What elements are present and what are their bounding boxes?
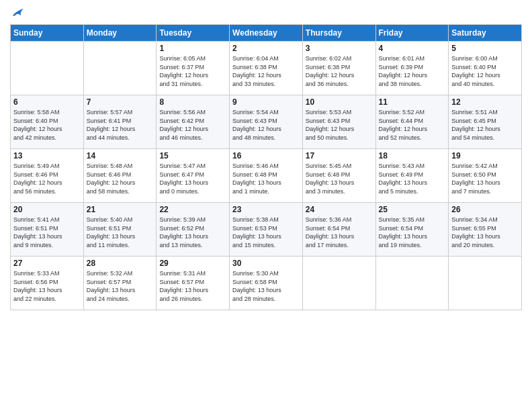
weekday-header-monday: Monday [83,25,157,42]
calendar-cell: 19Sunrise: 5:42 AM Sunset: 6:50 PM Dayli… [449,149,522,203]
day-number: 16 [232,151,300,161]
day-info: Sunrise: 6:02 AM Sunset: 6:38 PM Dayligh… [306,54,373,88]
calendar-cell: 2Sunrise: 6:04 AM Sunset: 6:38 PM Daylig… [230,42,303,95]
calendar-cell: 24Sunrise: 5:36 AM Sunset: 6:54 PM Dayli… [302,203,375,257]
calendar-week-row: 1Sunrise: 6:05 AM Sunset: 6:37 PM Daylig… [11,42,522,95]
calendar-cell: 14Sunrise: 5:48 AM Sunset: 6:46 PM Dayli… [83,149,157,203]
calendar-cell: 17Sunrise: 5:45 AM Sunset: 6:48 PM Dayli… [302,149,375,203]
day-info: Sunrise: 6:01 AM Sunset: 6:39 PM Dayligh… [379,54,446,88]
day-number: 6 [13,97,81,107]
day-info: Sunrise: 6:05 AM Sunset: 6:37 PM Dayligh… [159,54,226,88]
day-info: Sunrise: 5:32 AM Sunset: 6:57 PM Dayligh… [87,269,154,303]
weekday-header-thursday: Thursday [302,25,375,42]
day-info: Sunrise: 5:51 AM Sunset: 6:45 PM Dayligh… [451,108,519,142]
calendar-cell: 12Sunrise: 5:51 AM Sunset: 6:45 PM Dayli… [449,95,522,149]
calendar-cell: 20Sunrise: 5:41 AM Sunset: 6:51 PM Dayli… [11,203,84,257]
day-number: 7 [87,97,154,107]
day-number: 2 [232,44,300,53]
day-info: Sunrise: 5:48 AM Sunset: 6:46 PM Dayligh… [87,162,154,195]
day-number: 9 [232,97,300,107]
day-number: 11 [379,97,446,107]
day-number: 5 [451,44,519,53]
day-info: Sunrise: 5:41 AM Sunset: 6:51 PM Dayligh… [13,216,81,249]
calendar-cell: 26Sunrise: 5:34 AM Sunset: 6:55 PM Dayli… [449,203,522,257]
calendar-cell: 6Sunrise: 5:58 AM Sunset: 6:40 PM Daylig… [11,95,84,149]
day-number: 17 [306,151,373,161]
calendar-cell [83,42,157,95]
day-info: Sunrise: 5:47 AM Sunset: 6:47 PM Dayligh… [159,162,226,195]
day-number: 12 [451,97,519,107]
calendar-cell: 27Sunrise: 5:33 AM Sunset: 6:56 PM Dayli… [11,257,84,310]
day-info: Sunrise: 5:58 AM Sunset: 6:40 PM Dayligh… [13,108,81,142]
day-number: 13 [13,151,81,161]
day-info: Sunrise: 5:53 AM Sunset: 6:43 PM Dayligh… [306,108,373,142]
day-info: Sunrise: 5:57 AM Sunset: 6:41 PM Dayligh… [87,108,154,142]
calendar-cell: 8Sunrise: 5:56 AM Sunset: 6:42 PM Daylig… [157,95,230,149]
day-info: Sunrise: 5:31 AM Sunset: 6:57 PM Dayligh… [159,269,226,303]
day-info: Sunrise: 5:33 AM Sunset: 6:56 PM Dayligh… [13,269,81,303]
day-number: 10 [306,97,373,107]
calendar-cell [302,257,375,310]
calendar-cell: 13Sunrise: 5:49 AM Sunset: 6:46 PM Dayli… [11,149,84,203]
calendar-week-row: 6Sunrise: 5:58 AM Sunset: 6:40 PM Daylig… [11,95,522,149]
day-number: 25 [379,205,446,214]
day-number: 23 [232,205,300,214]
day-info: Sunrise: 5:52 AM Sunset: 6:44 PM Dayligh… [379,108,446,142]
day-number: 4 [379,44,446,53]
day-number: 21 [87,205,154,214]
calendar-cell: 18Sunrise: 5:43 AM Sunset: 6:49 PM Dayli… [375,149,449,203]
day-number: 20 [13,205,81,214]
calendar-cell: 3Sunrise: 6:02 AM Sunset: 6:38 PM Daylig… [302,42,375,95]
day-info: Sunrise: 5:39 AM Sunset: 6:52 PM Dayligh… [159,216,226,249]
calendar-cell: 25Sunrise: 5:35 AM Sunset: 6:54 PM Dayli… [375,203,449,257]
day-number: 14 [87,151,154,161]
day-number: 26 [451,205,519,214]
calendar-cell [11,42,84,95]
day-number: 22 [159,205,226,214]
day-number: 29 [159,259,226,268]
calendar-week-row: 20Sunrise: 5:41 AM Sunset: 6:51 PM Dayli… [11,203,522,257]
weekday-header-wednesday: Wednesday [230,25,303,42]
day-number: 15 [159,151,226,161]
calendar-cell: 21Sunrise: 5:40 AM Sunset: 6:51 PM Dayli… [83,203,157,257]
calendar-cell: 5Sunrise: 6:00 AM Sunset: 6:40 PM Daylig… [449,42,522,95]
day-info: Sunrise: 5:42 AM Sunset: 6:50 PM Dayligh… [451,162,519,195]
weekday-header-sunday: Sunday [11,25,84,42]
day-info: Sunrise: 5:38 AM Sunset: 6:53 PM Dayligh… [232,216,300,249]
day-info: Sunrise: 5:43 AM Sunset: 6:49 PM Dayligh… [379,162,446,195]
calendar-cell [375,257,449,310]
weekday-header-tuesday: Tuesday [157,25,230,42]
day-number: 1 [159,44,226,53]
calendar-cell: 1Sunrise: 6:05 AM Sunset: 6:37 PM Daylig… [157,42,230,95]
calendar-cell: 11Sunrise: 5:52 AM Sunset: 6:44 PM Dayli… [375,95,449,149]
day-info: Sunrise: 5:56 AM Sunset: 6:42 PM Dayligh… [159,108,226,142]
day-number: 3 [306,44,373,53]
weekday-header-friday: Friday [375,25,449,42]
day-info: Sunrise: 5:46 AM Sunset: 6:48 PM Dayligh… [232,162,300,195]
day-number: 19 [451,151,519,161]
logo [10,7,24,19]
day-info: Sunrise: 5:45 AM Sunset: 6:48 PM Dayligh… [306,162,373,195]
calendar-cell: 16Sunrise: 5:46 AM Sunset: 6:48 PM Dayli… [230,149,303,203]
day-number: 18 [379,151,446,161]
calendar-cell: 4Sunrise: 6:01 AM Sunset: 6:39 PM Daylig… [375,42,449,95]
weekday-header-saturday: Saturday [449,25,522,42]
day-info: Sunrise: 5:35 AM Sunset: 6:54 PM Dayligh… [379,216,446,249]
logo-bird-icon [11,7,24,19]
calendar-cell: 10Sunrise: 5:53 AM Sunset: 6:43 PM Dayli… [302,95,375,149]
day-number: 24 [306,205,373,214]
day-info: Sunrise: 5:30 AM Sunset: 6:58 PM Dayligh… [232,269,300,303]
day-info: Sunrise: 6:04 AM Sunset: 6:38 PM Dayligh… [232,54,300,88]
day-number: 30 [232,259,300,268]
weekday-header-row: SundayMondayTuesdayWednesdayThursdayFrid… [11,25,522,42]
header [10,7,522,19]
calendar-week-row: 13Sunrise: 5:49 AM Sunset: 6:46 PM Dayli… [11,149,522,203]
page: SundayMondayTuesdayWednesdayThursdayFrid… [0,0,532,411]
day-number: 27 [13,259,81,268]
day-number: 8 [159,97,226,107]
day-info: Sunrise: 5:34 AM Sunset: 6:55 PM Dayligh… [451,216,519,249]
calendar-cell: 28Sunrise: 5:32 AM Sunset: 6:57 PM Dayli… [83,257,157,310]
calendar-cell [449,257,522,310]
day-info: Sunrise: 5:54 AM Sunset: 6:43 PM Dayligh… [232,108,300,142]
calendar-cell: 7Sunrise: 5:57 AM Sunset: 6:41 PM Daylig… [83,95,157,149]
